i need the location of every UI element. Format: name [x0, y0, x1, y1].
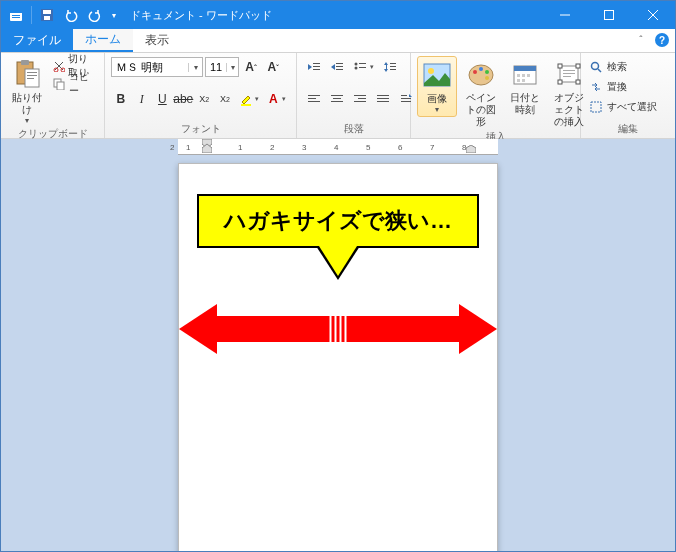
paste-button[interactable]: 貼り付け ▾ [7, 56, 47, 127]
increase-indent-button[interactable] [326, 57, 348, 77]
font-color-button[interactable]: A [263, 89, 283, 109]
app-name: ワードパッド [206, 9, 272, 21]
calendar-icon [509, 58, 541, 90]
right-indent-marker-icon[interactable] [466, 145, 476, 153]
paste-icon [11, 58, 43, 90]
select-all-button[interactable]: すべて選択 [587, 98, 659, 116]
ruler-scale: 1 2 1 2 3 4 5 6 7 8 [178, 139, 498, 154]
redo-icon[interactable] [84, 4, 106, 26]
datetime-button[interactable]: 日付と時刻 [505, 56, 545, 118]
arrow-center-handles [330, 312, 347, 346]
copy-button[interactable]: コピー [51, 76, 98, 92]
callout-shape[interactable]: ハガキサイズで狭い… [197, 194, 479, 248]
svg-rect-50 [401, 101, 411, 102]
paint-drawing-button[interactable]: ペイントの図形 [461, 56, 501, 130]
ruler-number: 5 [366, 143, 370, 152]
grow-font-button[interactable]: Aˆ [241, 57, 261, 77]
italic-button[interactable]: I [132, 89, 152, 109]
svg-rect-24 [313, 69, 320, 70]
window-title: ドキュメント - ワードパッド [130, 8, 543, 23]
clipboard-group: 貼り付け ▾ 切り取り コピー クリップボード [1, 53, 105, 138]
svg-rect-31 [359, 67, 366, 68]
svg-rect-44 [354, 101, 366, 102]
horizontal-ruler[interactable]: 1 2 1 2 3 4 5 6 7 8 [178, 139, 498, 155]
align-left-button[interactable] [303, 89, 325, 109]
svg-point-29 [355, 67, 358, 70]
replace-button[interactable]: 置換 [587, 78, 659, 96]
dropdown-icon[interactable]: ▾ [255, 95, 263, 103]
editing-group-label: 編集 [587, 122, 669, 138]
maximize-button[interactable] [587, 1, 631, 29]
svg-rect-71 [563, 73, 575, 74]
app-menu-icon[interactable] [5, 4, 27, 26]
callout-tail-fill [319, 246, 357, 276]
svg-rect-2 [12, 15, 20, 16]
svg-rect-48 [401, 95, 407, 96]
title-separator: - [199, 9, 206, 21]
svg-rect-22 [313, 63, 320, 64]
svg-rect-64 [522, 79, 525, 82]
align-right-button[interactable] [349, 89, 371, 109]
dropdown-icon: ▾ [188, 63, 202, 72]
bold-button[interactable]: B [111, 89, 131, 109]
ruler-number: 1 [238, 143, 242, 152]
ribbon-minimize-icon[interactable]: ˆ [631, 29, 651, 52]
svg-rect-3 [12, 17, 20, 18]
svg-rect-33 [390, 63, 396, 64]
editing-group: 検索 置換 すべて選択 編集 [581, 53, 675, 138]
home-tab[interactable]: ホーム [73, 29, 133, 52]
window-controls [543, 1, 675, 29]
svg-rect-34 [390, 66, 396, 67]
minimize-button[interactable] [543, 1, 587, 29]
tabs-spacer [181, 29, 631, 52]
font-name-combo[interactable]: ＭＳ 明朝 ▾ [111, 57, 203, 77]
font-size-combo[interactable]: 11 ▾ [205, 57, 239, 77]
indent-marker-icon[interactable] [202, 139, 212, 153]
superscript-button[interactable]: X2 [215, 89, 235, 109]
paste-dropdown-icon: ▾ [25, 116, 29, 125]
ruler-number: 6 [398, 143, 402, 152]
svg-rect-63 [517, 79, 520, 82]
decrease-indent-button[interactable] [303, 57, 325, 77]
highlight-button[interactable] [236, 89, 256, 109]
align-justify-button[interactable] [372, 89, 394, 109]
insert-image-button[interactable]: 画像 ▾ [417, 56, 457, 117]
svg-rect-25 [336, 63, 343, 64]
bullet-list-button[interactable] [349, 57, 371, 77]
line-spacing-button[interactable] [379, 57, 401, 77]
select-all-label: すべて選択 [607, 100, 657, 114]
svg-rect-37 [308, 98, 316, 99]
underline-button[interactable]: U [153, 89, 173, 109]
find-button[interactable]: 検索 [587, 58, 659, 76]
dropdown-icon[interactable]: ▾ [282, 95, 290, 103]
help-button[interactable]: ? [651, 29, 673, 51]
svg-point-55 [479, 67, 483, 71]
dropdown-icon[interactable]: ▾ [370, 63, 378, 71]
close-button[interactable] [631, 1, 675, 29]
replace-label: 置換 [607, 80, 627, 94]
arrow-head-right [459, 304, 497, 354]
paragraph-group-label: 段落 [303, 122, 404, 138]
svg-rect-68 [558, 80, 562, 84]
save-icon[interactable] [36, 4, 58, 26]
view-tab[interactable]: 表示 [133, 29, 181, 52]
qat-customize-icon[interactable]: ▾ [108, 11, 120, 20]
svg-rect-62 [527, 74, 530, 77]
svg-rect-41 [331, 101, 343, 102]
strikethrough-button[interactable]: abe [173, 89, 193, 109]
svg-rect-67 [576, 64, 580, 68]
file-tab[interactable]: ファイル [1, 29, 73, 52]
document-page[interactable]: ハガキサイズで狭い… [178, 163, 498, 551]
align-center-button[interactable] [326, 89, 348, 109]
double-arrow-shape[interactable] [179, 304, 497, 354]
insert-image-label: 画像 [427, 93, 447, 105]
svg-rect-27 [336, 69, 343, 70]
paragraph-group: ▾ 段落 [297, 53, 411, 138]
undo-icon[interactable] [60, 4, 82, 26]
svg-rect-35 [390, 69, 396, 70]
qat-separator [31, 6, 32, 24]
subscript-button[interactable]: X2 [194, 89, 214, 109]
quick-access-toolbar: ▾ [1, 4, 124, 26]
shrink-font-button[interactable]: Aˇ [263, 57, 283, 77]
ribbon: 貼り付け ▾ 切り取り コピー クリップボード ＭＳ 明朝 ▾ [1, 53, 675, 139]
